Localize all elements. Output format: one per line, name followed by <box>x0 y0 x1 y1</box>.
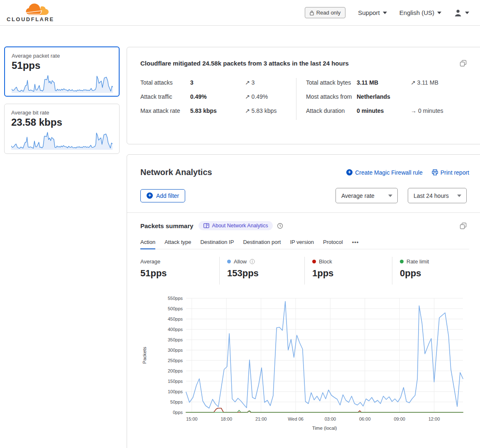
stat-label: Average <box>140 258 160 265</box>
network-analytics-title: Network Analytics <box>140 168 212 177</box>
metric-label: Average bit rate <box>11 110 113 116</box>
support-label: Support <box>358 9 380 16</box>
stat-row: Most attacks from Netherlands <box>306 92 469 102</box>
cloudflare-logo[interactable]: CLOUDFLARE <box>7 3 56 22</box>
stat-value: 0 minutes <box>357 106 411 116</box>
rate-limit-dot-icon <box>400 260 404 263</box>
metric-label: Average packet rate <box>12 53 112 59</box>
packets-time-series-chart[interactable]: 0pps50pps100pps150pps200pps250pps300pps3… <box>140 294 467 433</box>
chevron-down-icon <box>388 195 392 197</box>
bit-rate-sparkline <box>11 130 113 151</box>
tab-destination-ip[interactable]: Destination IP <box>200 239 234 249</box>
tab-protocol[interactable]: Protocol <box>323 239 343 249</box>
badge-label: About Network Analytics <box>212 223 268 229</box>
stat-value: 153pps <box>227 268 304 279</box>
book-icon <box>203 223 209 228</box>
svg-text:12:00: 12:00 <box>429 416 440 421</box>
stat-value: 0.49% <box>190 92 245 102</box>
stat-value: 3.11 MB <box>357 78 411 88</box>
info-icon[interactable] <box>250 259 255 264</box>
svg-text:350pps: 350pps <box>168 337 183 342</box>
stat-label: Max attack rate <box>140 106 190 116</box>
allow-dot-icon <box>227 260 231 263</box>
svg-text:100pps: 100pps <box>168 389 183 394</box>
stat-label: Attack traffic <box>140 92 190 102</box>
stat-label: Attack duration <box>306 106 357 116</box>
language-menu[interactable]: English (US) <box>399 9 441 16</box>
plus-circle-icon: + <box>346 169 353 175</box>
plus-circle-icon: + <box>147 192 153 199</box>
cloudflare-cloud-icon <box>26 3 49 16</box>
support-menu[interactable]: Support <box>358 9 387 16</box>
stat-value: Netherlands <box>357 92 411 102</box>
read-only-label: Read only <box>316 10 341 16</box>
stat-change: → 0 minutes <box>411 106 443 116</box>
chevron-down-icon <box>437 12 441 14</box>
tab-attack-type[interactable]: Attack type <box>164 239 191 249</box>
svg-text:250pps: 250pps <box>168 358 183 363</box>
svg-text:21:00: 21:00 <box>255 416 267 421</box>
packets-summary-title: Packets summary <box>140 222 193 229</box>
svg-text:150pps: 150pps <box>168 379 183 384</box>
stat-label: Rate limit <box>407 258 429 265</box>
network-analytics-card: Network Analytics + Create Magic Firewal… <box>127 154 480 448</box>
chevron-down-icon <box>465 12 469 14</box>
attack-summary-card: Cloudflare mitigated 24.58k packets from… <box>127 47 480 144</box>
legend-stats-row: Average 51pps Allow <box>140 257 469 285</box>
top-header: CLOUDFLARE Read only Support English (US… <box>0 0 480 26</box>
add-filter-button[interactable]: + Add filter <box>140 189 185 202</box>
svg-text:200pps: 200pps <box>168 368 183 373</box>
svg-text:400pps: 400pps <box>168 327 183 332</box>
copy-icon[interactable] <box>460 222 467 229</box>
history-clock-icon[interactable] <box>277 223 283 229</box>
time-range-value: Last 24 hours <box>414 192 449 199</box>
stat-average: Average 51pps <box>140 257 219 285</box>
svg-text:03:00: 03:00 <box>325 416 336 421</box>
packet-rate-sparkline <box>12 73 113 94</box>
tab-action[interactable]: Action <box>140 239 155 249</box>
summary-stats-left: Total attacks 3 ↗ 3 Attack traffic 0.49%… <box>140 78 296 120</box>
add-filter-label: Add filter <box>156 192 179 199</box>
account-menu[interactable] <box>454 9 469 17</box>
create-magic-firewall-rule-link[interactable]: + Create Magic Firewall rule <box>346 169 423 176</box>
brand-wordmark: CLOUDFLARE <box>7 16 56 22</box>
lock-icon <box>310 10 314 15</box>
summary-stats-right: Total attack bytes 3.11 MB ↗ 3.11 MB Mos… <box>296 78 469 120</box>
chevron-down-icon <box>383 12 387 14</box>
stat-row: Attack duration 0 minutes → 0 minutes <box>306 106 469 116</box>
tab-destination-port[interactable]: Destination port <box>243 239 281 249</box>
more-tabs-button[interactable]: ••• <box>352 239 359 249</box>
stat-allow: Allow 153pps <box>219 257 304 285</box>
svg-text:50pps: 50pps <box>170 399 183 404</box>
svg-text:15:00: 15:00 <box>186 416 198 421</box>
tab-ip-version[interactable]: IP version <box>290 239 314 249</box>
printer-icon <box>432 169 438 175</box>
metric-card-bit-rate[interactable]: Average bit rate 23.58 kbps <box>4 104 120 154</box>
stat-change: ↗ 5.83 kbps <box>245 106 277 116</box>
stat-row: Max attack rate 5.83 kbps ↗ 5.83 kbps <box>140 106 296 116</box>
user-icon <box>454 9 462 17</box>
metric-value: 23.58 kbps <box>11 117 113 128</box>
print-report-label: Print report <box>441 169 469 176</box>
stat-label: Total attacks <box>140 78 190 88</box>
stat-label: Block <box>319 258 332 265</box>
svg-text:0pps: 0pps <box>173 410 183 415</box>
svg-text:Wed 06: Wed 06 <box>288 416 304 421</box>
language-label: English (US) <box>399 9 434 16</box>
svg-text:06:00: 06:00 <box>359 416 371 421</box>
svg-text:09:00: 09:00 <box>394 416 405 421</box>
about-network-analytics-badge[interactable]: About Network Analytics <box>198 221 273 230</box>
print-report-link[interactable]: Print report <box>432 169 469 176</box>
metric-select[interactable]: Average rate <box>336 188 398 203</box>
time-range-select[interactable]: Last 24 hours <box>408 188 467 203</box>
metric-card-packet-rate[interactable]: Average packet rate 51pps <box>4 46 120 97</box>
metric-value: 51pps <box>12 60 112 71</box>
metric-select-value: Average rate <box>341 192 375 199</box>
svg-text:500pps: 500pps <box>168 306 183 311</box>
stat-value: 3 <box>190 78 245 88</box>
stat-change: ↗ 3 <box>245 78 255 88</box>
chevron-down-icon <box>457 195 461 197</box>
copy-icon[interactable] <box>460 60 467 67</box>
stat-row: Attack traffic 0.49% ↗ 0.49% <box>140 92 296 102</box>
stat-label: Total attack bytes <box>306 78 357 88</box>
